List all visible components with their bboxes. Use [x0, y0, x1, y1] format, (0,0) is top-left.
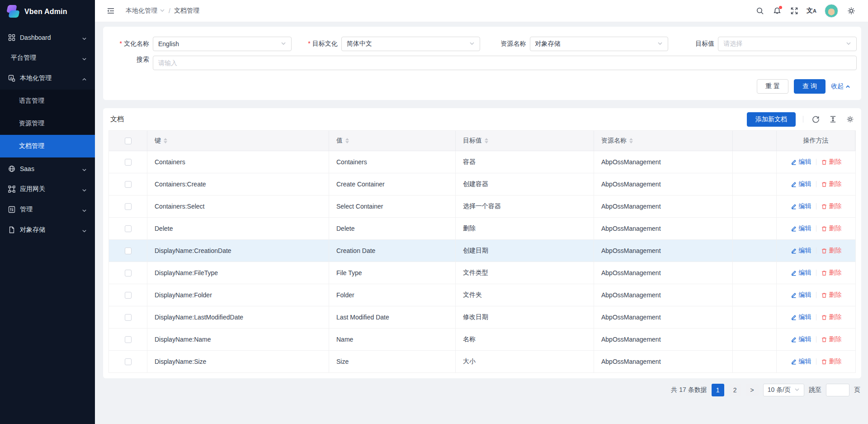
page-size-select[interactable]: 10 条/页 — [763, 384, 804, 396]
row-checkbox[interactable] — [125, 181, 132, 188]
header-cell-resource[interactable]: 资源名称 — [594, 131, 733, 151]
chevron-down-icon — [82, 56, 87, 61]
row-checkbox[interactable] — [125, 203, 132, 210]
sidebar-item-gateway[interactable]: 应用网关 — [4, 180, 91, 198]
table-body: Containers Containers 容器 AbpOssManagemen… — [109, 151, 855, 373]
edit-row-button[interactable]: 编辑 — [791, 269, 811, 277]
table-row: DisplayName:Size Size 大小 AbpOssManagemen… — [109, 351, 855, 373]
row-cell-key: DisplayName:LastModifiedDate — [147, 306, 329, 329]
notification-bell-icon[interactable] — [769, 3, 785, 19]
delete-row-button[interactable]: 删除 — [821, 224, 842, 233]
delete-row-button[interactable]: 删除 — [821, 335, 842, 343]
edit-pencil-icon — [791, 292, 797, 298]
target-value-select[interactable]: 请选择 — [718, 37, 857, 51]
delete-row-button[interactable]: 删除 — [821, 313, 842, 321]
row-checkbox[interactable] — [125, 292, 132, 299]
header-cell-key[interactable]: 键 — [147, 131, 329, 151]
row-cell-resource: AbpOssManagement — [594, 306, 733, 329]
translate-icon[interactable]: 文A — [804, 3, 819, 19]
sidebar-item-platform[interactable]: 平台管理 — [4, 49, 91, 67]
query-button[interactable]: 查 询 — [794, 79, 826, 94]
sidebar-item-localization[interactable]: A 本地化管理 — [4, 69, 91, 87]
cell-text: Creation Date — [336, 247, 375, 254]
trash-icon — [821, 203, 827, 210]
page-button-1[interactable]: 1 — [712, 384, 724, 396]
select-all-checkbox[interactable] — [125, 138, 132, 144]
table-row: DisplayName:FileType File Type 文件类型 AbpO… — [109, 262, 855, 284]
menu-fold-icon[interactable] — [103, 3, 118, 19]
edit-row-button[interactable]: 编辑 — [791, 180, 811, 188]
breadcrumb-item-localization[interactable]: 本地化管理 — [126, 7, 165, 15]
culture-select[interactable]: English — [153, 37, 292, 51]
sidebar-item-saas[interactable]: Saas — [4, 160, 91, 178]
sidebar-item-label: Saas — [20, 165, 77, 172]
delete-row-button[interactable]: 删除 — [821, 202, 842, 210]
header-cell-target[interactable]: 目标值 — [456, 131, 594, 151]
target-culture-select[interactable]: 简体中文 — [341, 37, 480, 51]
fullscreen-icon[interactable] — [787, 3, 802, 19]
jump-page-input[interactable] — [826, 384, 849, 396]
row-checkbox[interactable] — [125, 225, 132, 232]
file-icon — [8, 226, 15, 233]
edit-row-button[interactable]: 编辑 — [791, 224, 811, 233]
trash-icon — [821, 270, 827, 276]
sidebar-item-language-management[interactable]: 语言管理 — [0, 90, 95, 112]
page-button-2[interactable]: 2 — [729, 384, 741, 396]
row-cell-key: Delete — [147, 218, 329, 240]
delete-row-button[interactable]: 删除 — [821, 158, 842, 166]
reset-button[interactable]: 重 置 — [757, 79, 788, 94]
row-checkbox[interactable] — [125, 159, 132, 166]
edit-row-button[interactable]: 编辑 — [791, 202, 811, 210]
delete-row-button[interactable]: 删除 — [821, 269, 842, 277]
filter-panel: 文化名称 English 目标文化 简体中文 — [103, 27, 861, 100]
refresh-icon[interactable] — [811, 114, 821, 124]
delete-row-button[interactable]: 删除 — [821, 357, 842, 366]
sort-icon[interactable] — [629, 138, 633, 143]
sidebar-item-resource-management[interactable]: 资源管理 — [0, 112, 95, 135]
row-checkbox[interactable] — [125, 314, 132, 321]
sidebar-item-object-storage[interactable]: 对象存储 — [4, 221, 91, 239]
cell-text: Containers — [155, 158, 185, 166]
header-cell-empty — [733, 131, 777, 151]
brand-logo[interactable]: Vben Admin — [0, 0, 95, 24]
sort-icon[interactable] — [485, 138, 488, 143]
sort-icon[interactable] — [164, 138, 167, 143]
row-cell-target: 文件类型 — [456, 262, 594, 284]
delete-row-button[interactable]: 删除 — [821, 247, 842, 255]
next-page-button[interactable]: > — [746, 384, 759, 396]
chevron-down-icon — [794, 386, 800, 394]
cell-text: Delete — [336, 225, 354, 232]
edit-row-button[interactable]: 编辑 — [791, 291, 811, 299]
row-checkbox[interactable] — [125, 270, 132, 276]
row-cell-actions: 编辑 删除 — [777, 151, 855, 173]
collapse-filter-link[interactable]: 收起 — [831, 82, 850, 91]
resource-select[interactable]: 对象存储 — [530, 37, 669, 51]
column-settings-gear-icon[interactable] — [845, 114, 855, 124]
row-checkbox[interactable] — [125, 336, 132, 343]
add-document-button[interactable]: 添加新文档 — [747, 112, 796, 127]
edit-row-button[interactable]: 编辑 — [791, 335, 811, 343]
row-checkbox[interactable] — [125, 358, 132, 365]
row-height-icon[interactable] — [828, 114, 838, 124]
delete-row-button[interactable]: 删除 — [821, 180, 842, 188]
search-input[interactable] — [153, 56, 857, 70]
header-cell-value[interactable]: 值 — [329, 131, 456, 151]
top-header: 本地化管理 / 文档管理 文A — [95, 0, 868, 22]
settings-gear-icon[interactable] — [844, 3, 859, 19]
row-cell-checkbox — [109, 284, 147, 306]
search-icon[interactable] — [752, 3, 768, 19]
sidebar-item-document-management[interactable]: 文档管理 — [0, 135, 95, 157]
sidebar-item-dashboard[interactable]: Dashboard — [4, 29, 91, 47]
row-cell-actions: 编辑 删除 — [777, 329, 855, 351]
edit-row-button[interactable]: 编辑 — [791, 313, 811, 321]
user-avatar[interactable] — [825, 4, 838, 18]
edit-row-button[interactable]: 编辑 — [791, 357, 811, 366]
collapse-label: 收起 — [831, 82, 844, 91]
edit-row-button[interactable]: 编辑 — [791, 247, 811, 255]
edit-row-button[interactable]: 编辑 — [791, 158, 811, 166]
row-checkbox[interactable] — [125, 248, 132, 254]
sidebar-item-management[interactable]: 管理 — [4, 200, 91, 219]
sort-icon[interactable] — [345, 138, 349, 143]
action-divider — [816, 248, 816, 254]
delete-row-button[interactable]: 删除 — [821, 291, 842, 299]
